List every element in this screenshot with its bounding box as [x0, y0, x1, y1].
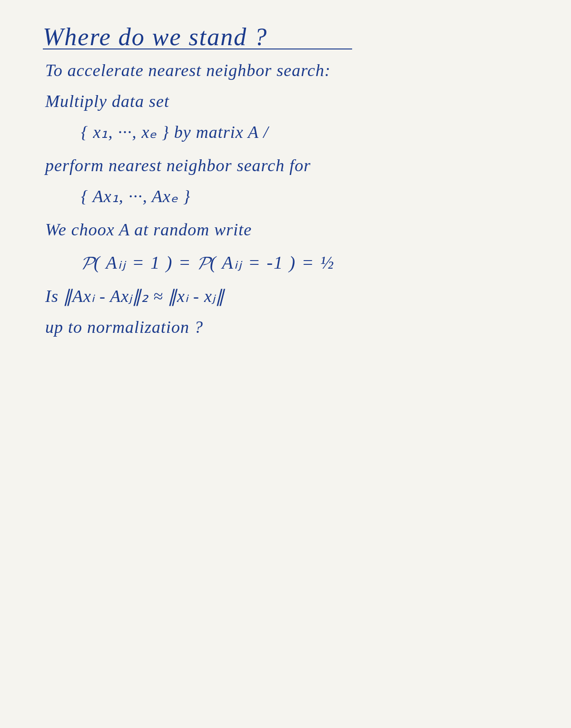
- svg-text:{ Ax₁, ···, Axₑ }: { Ax₁, ···, Axₑ }: [81, 187, 190, 206]
- svg-text:We choox      A  at random    : We choox A at random write: [45, 220, 252, 239]
- page: Where do we stand ? To accelerate neares…: [0, 0, 571, 728]
- svg-text:Multiply       data set: Multiply data set: [45, 92, 169, 111]
- svg-text:To accelerate nearest neighbor: To accelerate nearest neighbor search:: [45, 61, 331, 80]
- svg-text:Is       ‖Axᵢ - Axⱼ‖₂   ≈   ‖x: Is ‖Axᵢ - Axⱼ‖₂ ≈ ‖xᵢ - xⱼ‖: [45, 287, 226, 306]
- svg-text:perform nearest neighbor searc: perform nearest neighbor search for: [44, 156, 311, 175]
- svg-text:𝓟( Aᵢⱼ = 1 ) = 𝓟( Aᵢⱼ = -1 ): 𝓟( Aᵢⱼ = 1 ) = 𝓟( Aᵢⱼ = -1 ) = ½: [81, 252, 335, 273]
- svg-text:up to normalization ?: up to normalization ?: [45, 318, 203, 337]
- svg-text:Where do we stand ?: Where do we stand ?: [43, 23, 267, 50]
- handwritten-notes: Where do we stand ? To accelerate neares…: [0, 0, 571, 728]
- svg-text:{ x₁, ···, xₑ }   by matrix  A: { x₁, ···, xₑ } by matrix A /: [81, 123, 269, 142]
